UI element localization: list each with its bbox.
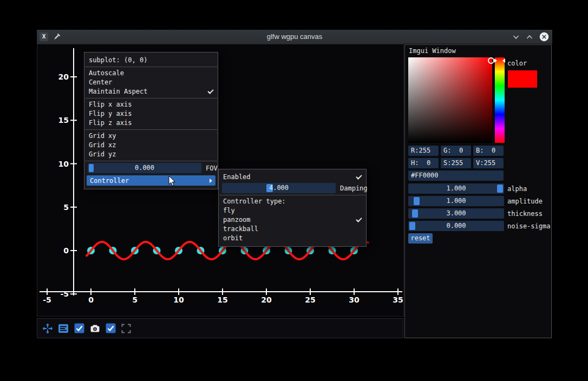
camera-icon [90, 325, 100, 332]
maximize-button[interactable] [526, 33, 533, 41]
fullscreen-icon [121, 324, 131, 333]
svg-text:20: 20 [261, 295, 272, 304]
amplitude-label: amplitude [507, 198, 543, 205]
chevron-up-icon [526, 35, 533, 40]
svg-text:-5: -5 [60, 290, 69, 298]
menu-item-trackball[interactable]: trackball [219, 225, 366, 234]
noise-sigma-slider[interactable]: 0.000 [408, 221, 504, 231]
menu-item-grid-xz[interactable]: Grid xz [84, 141, 218, 150]
amplitude-value: 1.000 [408, 196, 504, 206]
window-title: glfw wgpu canvas [37, 30, 552, 44]
svg-text:10: 10 [173, 295, 184, 304]
menu-item-label: Flip y axis [89, 109, 132, 119]
autoscale-button[interactable] [42, 323, 53, 334]
menu-item-flip-y[interactable]: Flip y axis [84, 109, 218, 119]
fov-row: 0.000 FOV [88, 163, 214, 173]
svg-text:10: 10 [58, 160, 69, 168]
hue-slider[interactable] [495, 57, 505, 143]
checkmark-icon [356, 216, 362, 222]
fov-slider[interactable]: 0.000 [88, 163, 201, 173]
desktop: X glfw wgpu canvas [0, 0, 588, 381]
blue-field[interactable]: B: 0 [473, 146, 504, 156]
menu-item-enabled[interactable]: Enabled [219, 173, 366, 182]
checkbox-checked-icon [74, 323, 84, 333]
menu-item-autoscale[interactable]: Autoscale [84, 69, 218, 78]
damping-label: Damping [340, 185, 368, 192]
center-button[interactable] [58, 323, 69, 334]
svg-text:0: 0 [88, 295, 94, 304]
figure-toolbar [37, 318, 403, 338]
damping-slider[interactable]: 4.000 [222, 183, 336, 193]
damping-row: 4.000 Damping [222, 183, 363, 193]
alpha-slider[interactable]: 1.000 [408, 183, 504, 194]
hex-field[interactable]: #FF0000 [408, 170, 504, 181]
checkbox-checked-icon [106, 323, 116, 333]
menu-item-fly[interactable]: fly [219, 206, 366, 215]
titlebar[interactable]: X glfw wgpu canvas [37, 30, 552, 44]
menu-item-label: panzoom [223, 215, 251, 225]
minimize-button[interactable] [512, 33, 520, 41]
chevron-down-icon [513, 35, 519, 40]
controller-type-header: Controller type: [219, 197, 366, 206]
window-content: -505101520253035-505101520 [37, 44, 552, 338]
saturation-value-picker[interactable] [408, 57, 492, 143]
menu-item-maintain-aspect[interactable]: Maintain Aspect [84, 87, 218, 96]
saturation-field[interactable]: S:255 [441, 158, 471, 168]
mouse-cursor [168, 175, 177, 187]
fullscreen-button[interactable] [121, 323, 132, 334]
menu-item-label: Flip x axis [89, 100, 132, 109]
circle-x-icon [539, 32, 549, 42]
svg-text:15: 15 [58, 116, 69, 124]
menu-item-label: Grid xy [89, 132, 116, 141]
window-controls [512, 30, 549, 44]
app-window: X glfw wgpu canvas [37, 30, 552, 338]
color-swatch[interactable] [508, 70, 537, 88]
svg-text:20: 20 [58, 73, 69, 81]
menu-item-label: orbit [223, 234, 243, 243]
menu-item-flip-x[interactable]: Flip x axis [84, 100, 218, 109]
menu-item-label: Maintain Aspect [89, 87, 147, 96]
imgui-window[interactable]: Imgui Window color R:255 G: 0 B: 0 H: 0 … [404, 44, 552, 338]
thickness-slider[interactable]: 3.000 [408, 208, 504, 219]
svg-text:35: 35 [393, 295, 403, 304]
thickness-label: thickness [507, 210, 543, 218]
alpha-value: 1.000 [408, 183, 504, 194]
svg-text:25: 25 [305, 295, 315, 304]
amplitude-slider[interactable]: 1.000 [408, 196, 504, 206]
close-button[interactable] [539, 32, 549, 42]
menu-item-label: Enabled [223, 173, 251, 182]
menu-item-orbit[interactable]: orbit [219, 234, 366, 243]
red-field[interactable]: R:255 [408, 146, 439, 156]
reset-button[interactable]: reset [408, 233, 433, 244]
menu-item-controller[interactable]: Controller [87, 175, 215, 186]
record-button[interactable] [89, 323, 100, 334]
hue-field[interactable]: H: 0 [408, 158, 439, 168]
menu-item-grid-yz[interactable]: Grid yz [84, 150, 218, 159]
noise-sigma-label: noise-sigma [507, 222, 550, 230]
autoscale-icon [42, 323, 53, 334]
center-icon [58, 324, 69, 333]
maintain-aspect-checkbox[interactable] [105, 323, 116, 334]
green-field[interactable]: G: 0 [441, 146, 471, 156]
svg-text:30: 30 [349, 295, 360, 304]
menu-separator [219, 195, 365, 195]
thickness-value: 3.000 [408, 208, 504, 219]
hue-marker-icon [502, 58, 505, 63]
panzoom-checkbox[interactable] [74, 323, 84, 334]
svg-text:-5: -5 [43, 295, 51, 304]
svg-text:15: 15 [217, 295, 227, 304]
menu-item-label: Grid xz [89, 141, 116, 150]
checkmark-icon [207, 88, 213, 94]
alpha-label: alpha [507, 185, 527, 193]
svg-text:5: 5 [63, 203, 69, 212]
menu-item-panzoom[interactable]: panzoom [219, 215, 366, 225]
menu-item-grid-xy[interactable]: Grid xy [84, 132, 218, 141]
menu-item-flip-z[interactable]: Flip z axis [84, 119, 218, 128]
color-label: color [507, 60, 527, 67]
value-field[interactable]: V:255 [473, 158, 504, 168]
menu-item-label: Autoscale [89, 69, 124, 78]
fov-label: FOV [206, 165, 218, 172]
menu-item-label: Center [89, 78, 112, 87]
noise-sigma-value: 0.000 [408, 221, 504, 231]
menu-item-center[interactable]: Center [84, 78, 218, 87]
